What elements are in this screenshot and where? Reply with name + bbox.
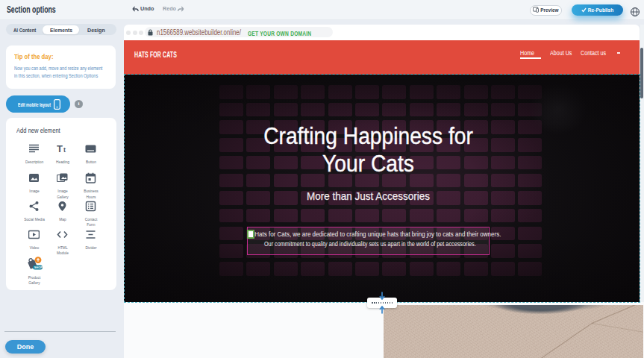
svg-text:SHOP: SHOP [34, 266, 42, 269]
svg-text:t: t [63, 146, 66, 154]
svg-text:T: T [57, 143, 63, 154]
